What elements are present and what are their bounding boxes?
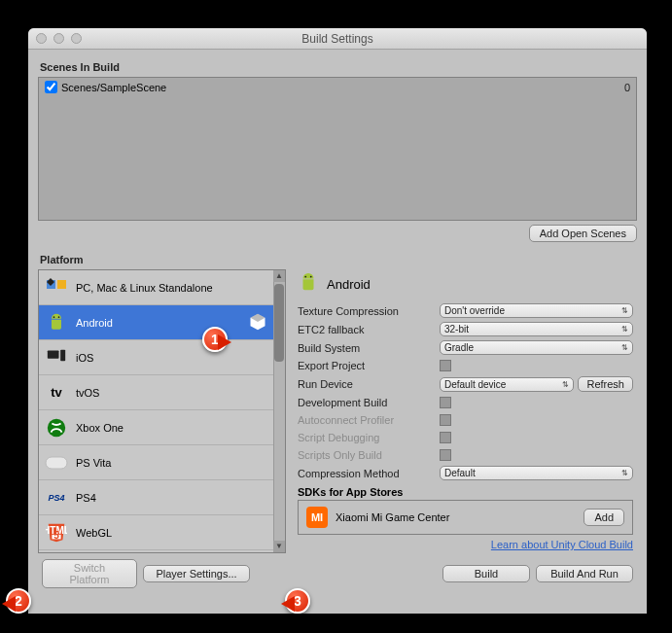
build-system-select[interactable]: Gradle [440,340,633,355]
sdk-add-button[interactable]: Add [584,509,624,526]
platform-label: Xbox One [76,422,124,434]
build-system-label: Build System [298,342,440,354]
texture-compression-label: Texture Compression [298,305,440,317]
sdk-name: Xiaomi Mi Game Center [336,511,449,523]
xbox-icon [45,416,68,440]
svg-rect-5 [60,349,65,361]
platform-item-xboxone[interactable]: Xbox One [39,410,273,445]
build-settings-window: Build Settings Scenes In Build Scenes/Sa… [28,28,647,614]
callout-3: 3 [285,588,310,614]
platform-item-psvita[interactable]: PS Vita [39,445,273,480]
player-settings-button[interactable]: Player Settings... [143,565,250,582]
titlebar: Build Settings [28,28,647,50]
platform-label: PC, Mac & Linux Standalone [76,282,213,294]
svg-text:5: 5 [53,529,59,540]
callout-2: 2 [6,588,31,614]
android-icon [45,311,68,334]
platform-item-standalone[interactable]: PC, Mac & Linux Standalone [39,270,273,305]
sdks-heading: SDKs for App Stores [294,482,637,500]
etc2-fallback-select[interactable]: 32-bit [440,322,633,336]
add-open-scenes-button[interactable]: Add Open Scenes [529,225,637,242]
cloud-build-link[interactable]: Learn about Unity Cloud Build [491,539,633,550]
scene-row[interactable]: Scenes/SampleScene 0 [41,80,634,94]
platform-label: WebGL [76,527,112,539]
platform-label: iOS [76,352,93,364]
compression-method-select[interactable]: Default [440,466,633,480]
platform-list: PC, Mac & Linux Standalone Android [38,269,286,553]
development-build-checkbox[interactable] [440,397,451,408]
svg-point-12 [310,276,312,278]
platform-detail: Android Texture CompressionDon't overrid… [294,250,637,553]
run-device-select[interactable]: Default device [440,377,574,392]
platform-label: Android [76,317,113,329]
compression-method-label: Compression Method [298,468,440,479]
tvos-icon: tv [45,381,68,404]
build-and-run-button[interactable]: Build And Run [536,565,633,582]
platform-heading: Platform [40,254,284,265]
scene-name: Scenes/SampleScene [61,82,166,93]
svg-rect-1 [57,280,66,289]
export-project-label: Export Project [298,360,440,371]
scenes-heading: Scenes In Build [40,61,635,73]
xiaomi-icon: MI [306,507,328,528]
svg-rect-7 [46,457,67,469]
script-debugging-checkbox [440,432,451,443]
refresh-button[interactable]: Refresh [578,376,633,392]
scene-index: 0 [624,82,630,93]
ps4-icon: PS4 [45,486,68,510]
platform-item-webgl[interactable]: HTML5 WebGL [39,515,273,550]
platform-label: tvOS [76,387,99,399]
autoconnect-profiler-checkbox [440,414,451,426]
psvita-icon [45,451,68,475]
etc2-fallback-label: ETC2 fallback [298,324,440,335]
ios-icon [45,346,68,369]
scroll-down-icon[interactable]: ▼ [273,541,285,552]
svg-point-6 [48,418,65,436]
svg-rect-4 [48,350,59,358]
scenes-list[interactable]: Scenes/SampleScene 0 [38,77,637,221]
script-debugging-label: Script Debugging [298,432,440,443]
scripts-only-build-checkbox [440,449,451,461]
facebook-icon: f [45,552,64,553]
android-icon [298,272,319,296]
svg-point-11 [304,276,306,278]
unity-icon [248,312,267,334]
development-build-label: Development Build [298,397,440,408]
platform-label: PS Vita [76,457,112,469]
scene-checkbox[interactable] [45,81,57,93]
autoconnect-profiler-label: Autoconnect Profiler [298,414,440,426]
build-button[interactable]: Build [442,565,530,582]
export-project-checkbox[interactable] [440,360,451,371]
platform-item-more[interactable]: f [39,550,273,552]
scripts-only-build-label: Scripts Only Build [298,449,440,461]
svg-point-3 [58,316,60,318]
detail-title: Android [327,277,371,292]
switch-platform-button: Switch Platform [42,559,137,588]
run-device-label: Run Device [298,378,440,390]
webgl-icon: HTML5 [45,521,68,545]
platform-item-tvos[interactable]: tv tvOS [39,375,273,410]
callout-1: 1 [202,327,228,352]
platform-item-ps4[interactable]: PS4 PS4 [39,480,273,515]
window-title: Build Settings [28,32,647,46]
standalone-icon [45,276,68,299]
texture-compression-select[interactable]: Don't override [440,303,633,318]
scroll-thumb[interactable] [274,284,284,362]
platform-label: PS4 [76,492,96,504]
sdk-item: MI Xiaomi Mi Game Center Add [298,500,633,535]
platform-scrollbar[interactable]: ▲ ▼ [273,270,285,552]
svg-point-2 [53,316,55,318]
scroll-up-icon[interactable]: ▲ [273,270,285,282]
